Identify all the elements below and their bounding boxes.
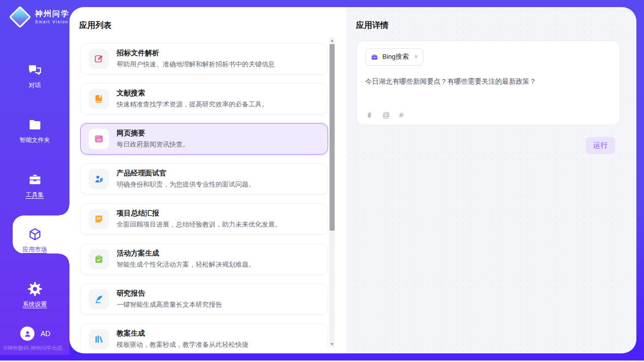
- cube-icon: [27, 227, 43, 242]
- app-card-lesson-plan[interactable]: 教案生成模板驱动，教案秒成，教学准备从此轻松快捷: [80, 323, 328, 350]
- app-card-title: 研究报告: [117, 289, 222, 298]
- hashtag-icon[interactable]: #: [399, 111, 403, 119]
- app-card-desc: 明确身份和职责，为您提供专业性的面试问题。: [117, 180, 255, 189]
- app-list: 招标文件解析帮助用户快速、准确地理解和解析招标书中的关键信息文献搜索快速精准查找…: [80, 43, 328, 350]
- prompt-card[interactable]: Bing搜索 × 今日湖北有哪些新闻要点？有哪些需要关注的最新政策？ @ #: [356, 41, 620, 125]
- sidebar-item-label: 对话: [29, 81, 41, 90]
- note-icon: [89, 209, 109, 229]
- chat-icon: [27, 62, 43, 78]
- browser-code-icon: [89, 129, 109, 149]
- book-icon: [89, 89, 109, 109]
- app-card-desc: 模板驱动，教案秒成，教学准备从此轻松快捷: [117, 340, 248, 349]
- active-tab-curve-top: [59, 205, 69, 215]
- sidebar-item-chat[interactable]: 对话: [0, 49, 69, 103]
- person-icon: [23, 330, 32, 338]
- app-card-pm-interviewer[interactable]: 产品经理面试官明确身份和职责，为您提供专业性的面试问题。: [80, 163, 328, 195]
- tool-chip-label: Bing搜索: [382, 52, 409, 61]
- scrollbar[interactable]: [329, 38, 335, 347]
- briefcase-icon: [371, 53, 378, 61]
- app-card-title: 网页摘要: [117, 129, 189, 138]
- avatar: [20, 327, 34, 341]
- logo-subtitle: Smart Vision: [35, 20, 69, 24]
- scrollbar-up-icon[interactable]: [329, 38, 335, 44]
- user-name: AD: [41, 330, 50, 338]
- app-window: 神州问学 Smart Vision 对话智能文件夹工具集应用市场系统设置 AD …: [0, 0, 644, 362]
- paperclip-icon[interactable]: [366, 111, 373, 119]
- app-card-project-summary[interactable]: 项目总结汇报全面回顾项目进展，总结经验教训，助力未来优化发展。: [80, 203, 328, 235]
- content-frame: 应用列表 招标文件解析帮助用户快速、准确地理解和解析招标书中的关键信息文献搜索快…: [69, 7, 636, 353]
- tool-chip-bing-search[interactable]: Bing搜索 ×: [365, 48, 423, 65]
- active-tab-curve-bottom: [59, 254, 69, 264]
- app-card-desc: 帮助用户快速、准确地理解和解析招标书中的关键信息: [117, 60, 275, 69]
- app-card-title: 项目总结汇报: [117, 209, 281, 218]
- logo-title: 神州问学: [35, 10, 69, 18]
- app-card-title: 产品经理面试官: [117, 169, 255, 178]
- sidebar-item-system-settings[interactable]: 系统设置: [0, 268, 69, 322]
- sidebar-item-smart-folder[interactable]: 智能文件夹: [0, 103, 69, 158]
- app-detail-title: 应用详情: [356, 20, 388, 31]
- pen-square-icon: [89, 49, 109, 69]
- app-list-title: 应用列表: [79, 20, 112, 31]
- sidebar-item-app-market[interactable]: 应用市场: [0, 213, 69, 268]
- sidebar: 神州问学 Smart Vision 对话智能文件夹工具集应用市场系统设置 AD …: [0, 0, 69, 355]
- gear-icon: [27, 281, 43, 297]
- app-card-desc: 全面回顾项目进展，总结经验教训，助力未来优化发展。: [117, 220, 281, 229]
- app-detail-panel: 应用详情 Bing搜索 × 今日湖北有哪些新闻要点？有哪些需要关注的最新政策？ …: [346, 7, 636, 353]
- sidebar-item-label: 应用市场: [23, 245, 47, 254]
- scrollbar-down-icon[interactable]: [329, 341, 335, 347]
- briefcase-icon: [27, 172, 43, 187]
- app-card-title: 文献搜索: [117, 89, 268, 98]
- quill-icon: [89, 289, 109, 309]
- app-card-desc: 每日政府新闻资讯快查。: [117, 140, 189, 149]
- logo-diamond-icon: [9, 6, 31, 28]
- app-list-panel: 应用列表 招标文件解析帮助用户快速、准确地理解和解析招标书中的关键信息文献搜索快…: [69, 7, 346, 353]
- sidebar-item-label: 智能文件夹: [20, 136, 50, 144]
- app-card-desc: 智能生成个性化活动方案，轻松解决规划难题。: [117, 260, 255, 269]
- sidebar-nav: 对话智能文件夹工具集应用市场系统设置: [0, 49, 69, 322]
- copyright-text: ©神州数码·神州问学出品: [4, 345, 69, 352]
- sidebar-item-label: 工具集: [26, 191, 44, 199]
- interviewer-icon: [89, 169, 109, 189]
- app-card-desc: 一键智能生成高质量长文本研究报告: [117, 300, 222, 309]
- folder-icon: [27, 117, 43, 132]
- app-card-research-report[interactable]: 研究报告一键智能生成高质量长文本研究报告: [80, 283, 328, 315]
- prompt-toolbar: @ #: [366, 111, 404, 119]
- app-card-title: 教案生成: [117, 329, 248, 338]
- app-card-desc: 快速精准查找学术资源，提高研究效率的必备工具。: [117, 100, 268, 109]
- user-profile[interactable]: AD: [20, 327, 50, 341]
- sidebar-item-toolset[interactable]: 工具集: [0, 158, 69, 213]
- app-card-web-summary[interactable]: 网页摘要每日政府新闻资讯快查。: [80, 123, 328, 155]
- app-card-title: 活动方案生成: [117, 249, 255, 258]
- app-card-literature-search[interactable]: 文献搜索快速精准查找学术资源，提高研究效率的必备工具。: [80, 83, 328, 115]
- run-button[interactable]: 运行: [586, 137, 615, 154]
- books-icon: [89, 329, 109, 349]
- clipboard-check-icon: [89, 249, 109, 269]
- prompt-text[interactable]: 今日湖北有哪些新闻要点？有哪些需要关注的最新政策？: [365, 77, 612, 87]
- app-card-bid-doc-parse[interactable]: 招标文件解析帮助用户快速、准确地理解和解析招标书中的关键信息: [80, 43, 328, 75]
- app-card-title: 招标文件解析: [117, 49, 275, 58]
- app-card-event-plan[interactable]: 活动方案生成智能生成个性化活动方案，轻松解决规划难题。: [80, 243, 328, 275]
- sidebar-item-label: 系统设置: [23, 300, 47, 309]
- app-logo: 神州问学 Smart Vision: [10, 7, 69, 27]
- at-mention-icon[interactable]: @: [382, 111, 390, 119]
- scrollbar-thumb[interactable]: [330, 44, 335, 231]
- chip-close-icon[interactable]: ×: [414, 53, 418, 60]
